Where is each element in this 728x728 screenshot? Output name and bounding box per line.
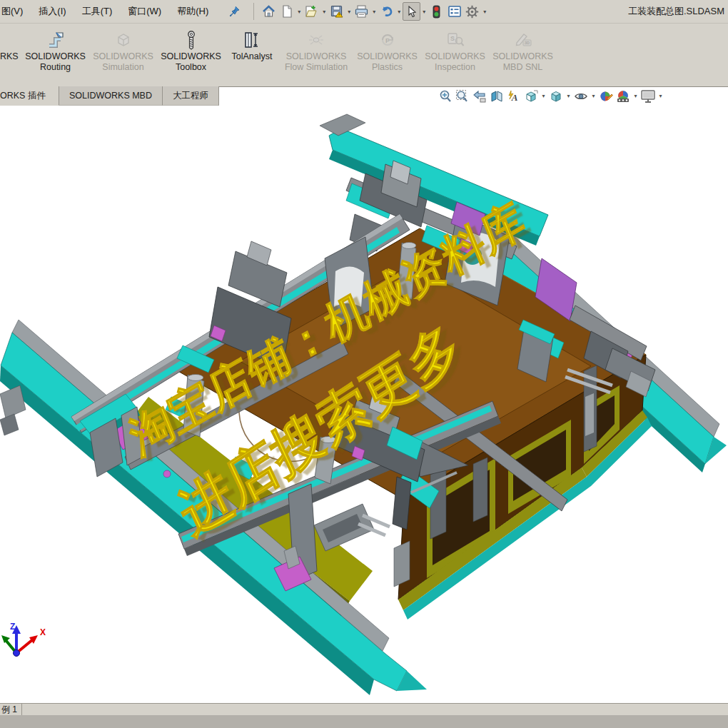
- menu-view[interactable]: 图(V): [0, 0, 31, 23]
- zoom-to-fit-icon[interactable]: [437, 89, 454, 104]
- ribbon-solidworks-inspection[interactable]: S SOLIDWORKS Inspection: [421, 29, 489, 73]
- view-settings-dropdown[interactable]: ▾: [657, 93, 664, 99]
- pin-menu-icon[interactable]: [229, 6, 241, 17]
- open-button[interactable]: [303, 2, 320, 21]
- document-title: 工装装配总图.SLDASM: [628, 5, 728, 18]
- status-bar: 例 1: [0, 703, 728, 715]
- toolbox-bolt-icon: [157, 29, 225, 51]
- apply-scene-dropdown[interactable]: ▾: [632, 93, 639, 99]
- menu-insert[interactable]: 插入(I): [31, 0, 74, 23]
- routing-icon: [21, 29, 89, 51]
- flow-simulation-icon: [279, 29, 353, 51]
- cad-model: [0, 106, 728, 703]
- view-orientation-dropdown[interactable]: ▾: [540, 93, 547, 99]
- menu-tools[interactable]: 工具(T): [74, 0, 121, 23]
- reference-triad: Z X: [0, 620, 64, 669]
- view-settings-icon[interactable]: [639, 89, 657, 104]
- svg-text:3D: 3D: [524, 41, 529, 45]
- ribbon-item-partial: RKS: [0, 51, 21, 61]
- tab-da-gong-cheng-shi[interactable]: 大工程师: [163, 86, 219, 106]
- toolbar-separator: [253, 3, 254, 20]
- display-style-dropdown[interactable]: ▾: [565, 93, 572, 99]
- solidworks-window: 图(V) 插入(I) 工具(T) 窗口(W) 帮助(H) ▾ ▾ ▾ ▾ ▾ ▾: [0, 0, 728, 728]
- ribbon-solidworks-routing[interactable]: SOLIDWORKS Routing: [21, 29, 89, 73]
- annotation-view-icon[interactable]: A: [505, 89, 522, 104]
- undo-button[interactable]: [378, 2, 395, 21]
- menu-bar: 图(V) 插入(I) 工具(T) 窗口(W) 帮助(H) ▾ ▾ ▾ ▾ ▾ ▾: [0, 0, 728, 24]
- save-dropdown[interactable]: ▾: [345, 9, 353, 15]
- new-document-dropdown[interactable]: ▾: [295, 9, 303, 15]
- display-style-icon[interactable]: [547, 89, 565, 104]
- command-manager-ribbon: RKS SOLIDWORKS Routing SOLIDWORKS Simula…: [0, 24, 728, 86]
- edit-appearance-icon[interactable]: [597, 89, 615, 104]
- svg-text:S: S: [450, 35, 454, 42]
- select-cursor-button[interactable]: [403, 2, 420, 21]
- triad-z-label: Z: [10, 622, 15, 632]
- select-cursor-dropdown[interactable]: ▾: [420, 9, 428, 15]
- print-button[interactable]: [353, 2, 370, 21]
- previous-view-icon[interactable]: [471, 89, 488, 104]
- tab-solidworks-mbd[interactable]: SOLIDWORKS MBD: [59, 86, 163, 106]
- tab-solidworks-addins[interactable]: ORKS 插件: [0, 86, 59, 106]
- status-scale: 例 1: [0, 704, 22, 715]
- svg-text:P: P: [385, 37, 389, 44]
- traffic-light-icon[interactable]: [428, 2, 445, 21]
- ribbon-solidworks-plastics[interactable]: P SOLIDWORKS Plastics: [353, 29, 421, 73]
- ribbon-solidworks-mbd-snl[interactable]: 3D SOLIDWORKS MBD SNL: [489, 29, 557, 73]
- menu-window[interactable]: 窗口(W): [120, 0, 169, 23]
- ribbon-tolanalyst[interactable]: TolAnalyst: [225, 29, 279, 62]
- mbd-snl-icon: 3D: [489, 29, 557, 51]
- graphics-viewport[interactable]: 淘宝店铺：机械资料库 进店搜索更多 Z X: [0, 106, 728, 703]
- print-dropdown[interactable]: ▾: [370, 9, 378, 15]
- command-manager-tabs: ORKS 插件 SOLIDWORKS MBD 大工程师 A ▾: [0, 86, 728, 106]
- heads-up-view-toolbar: A ▾ ▾ ▾ ▾ ▾: [437, 88, 664, 104]
- ribbon-solidworks-toolbox[interactable]: SOLIDWORKS Toolbox: [157, 29, 225, 73]
- section-view-icon[interactable]: [488, 89, 505, 104]
- save-button[interactable]: [328, 2, 345, 21]
- hide-show-items-icon[interactable]: [572, 89, 590, 104]
- triad-x-label: X: [40, 627, 46, 637]
- tolanalyst-icon: [225, 29, 279, 51]
- new-document-button[interactable]: [278, 2, 295, 21]
- ribbon-solidworks-flow-simulation[interactable]: SOLIDWORKS Flow Simulation: [279, 29, 353, 73]
- open-dropdown[interactable]: ▾: [320, 9, 328, 15]
- apply-scene-icon[interactable]: [615, 89, 632, 104]
- simulation-icon: [89, 29, 157, 51]
- view-orientation-icon[interactable]: [522, 89, 540, 104]
- home-button[interactable]: [260, 2, 278, 21]
- inspection-icon: S: [421, 29, 489, 51]
- status-strip: [0, 715, 728, 728]
- plastics-icon: P: [353, 29, 421, 51]
- properties-list-button[interactable]: [445, 2, 463, 21]
- options-gear-button[interactable]: [463, 2, 481, 21]
- zoom-to-area-icon[interactable]: [454, 89, 471, 104]
- ribbon-solidworks-simulation[interactable]: SOLIDWORKS Simulation: [89, 29, 157, 73]
- hide-show-dropdown[interactable]: ▾: [590, 93, 597, 99]
- menu-help[interactable]: 帮助(H): [169, 0, 216, 23]
- options-dropdown[interactable]: ▾: [481, 9, 488, 15]
- undo-dropdown[interactable]: ▾: [395, 9, 403, 15]
